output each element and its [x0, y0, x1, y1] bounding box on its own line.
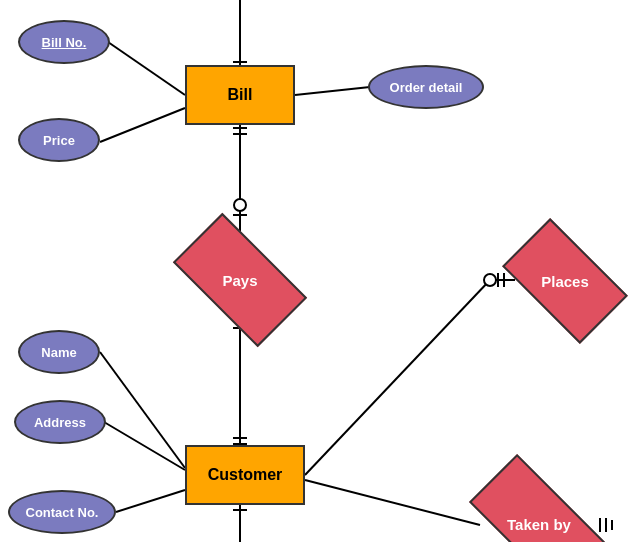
svg-line-4	[100, 352, 185, 468]
svg-point-10	[234, 199, 246, 211]
address-attribute: Address	[14, 400, 106, 444]
svg-line-9	[305, 480, 480, 525]
svg-line-6	[116, 490, 185, 512]
er-diagram: Bill Customer Bill No. Price Order detai…	[0, 0, 628, 542]
svg-point-21	[484, 274, 496, 286]
places-relationship: Places	[510, 247, 620, 315]
svg-line-7	[305, 280, 490, 475]
price-attribute: Price	[18, 118, 100, 162]
contact-no-attribute: Contact No.	[8, 490, 116, 534]
taken-by-relationship: Taken by	[474, 490, 604, 542]
bill-entity: Bill	[185, 65, 295, 125]
customer-entity: Customer	[185, 445, 305, 505]
svg-line-2	[100, 108, 185, 142]
svg-line-5	[104, 422, 185, 470]
pays-relationship: Pays	[180, 245, 300, 315]
bill-no-attribute: Bill No.	[18, 20, 110, 64]
order-detail-attribute: Order detail	[368, 65, 484, 109]
svg-line-3	[295, 87, 370, 95]
name-attribute: Name	[18, 330, 100, 374]
svg-line-1	[108, 42, 185, 95]
